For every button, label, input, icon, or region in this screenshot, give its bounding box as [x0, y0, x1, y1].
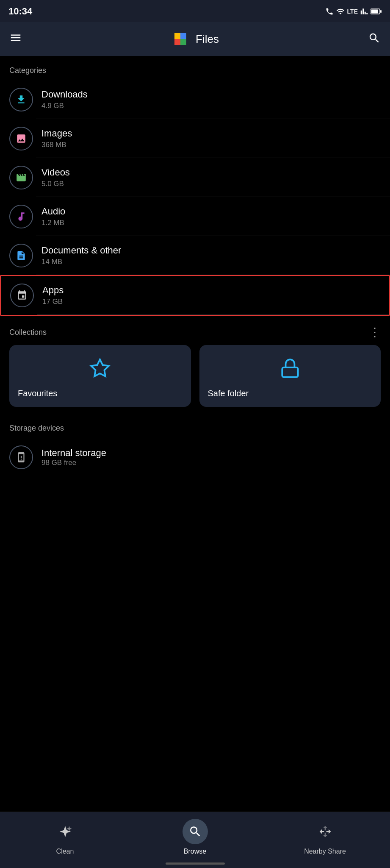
star-icon	[18, 358, 183, 383]
bottom-spacer	[0, 477, 390, 545]
collections-title: Collections	[9, 328, 47, 337]
category-name-apps: Apps	[42, 285, 380, 296]
safe-folder-card[interactable]: Safe folder	[199, 345, 381, 407]
clean-icon-wrap	[53, 819, 78, 844]
signal-icon	[360, 8, 368, 15]
svg-rect-2	[380, 10, 382, 13]
browse-icon	[188, 825, 202, 838]
category-size-documents: 14 MB	[41, 258, 381, 266]
audio-icon-wrap	[9, 205, 33, 228]
browse-icon-wrap	[183, 819, 208, 844]
status-bar: 10:34 LTE	[0, 0, 390, 22]
svg-marker-4	[91, 359, 109, 376]
nav-item-browse[interactable]: Browse	[170, 819, 221, 855]
apps-icon-wrap	[10, 284, 34, 307]
category-item-audio[interactable]: Audio 1.2 MB	[0, 197, 390, 236]
app-logo-area: Files	[171, 30, 219, 48]
apps-icon	[17, 290, 28, 301]
category-item-apps[interactable]: Apps 17 GB	[0, 275, 390, 316]
category-size-audio: 1.2 MB	[41, 219, 381, 227]
video-icon	[16, 172, 27, 183]
category-name-videos: Videos	[41, 167, 381, 178]
battery-icon	[371, 8, 382, 15]
documents-icon-wrap	[9, 244, 33, 267]
nav-item-nearby-share[interactable]: Nearby Share	[300, 819, 351, 855]
internal-storage-icon-wrap	[9, 445, 33, 469]
phone-storage-icon	[16, 452, 27, 463]
collections-more-button[interactable]: ⋮	[369, 326, 381, 338]
category-size-downloads: 4.9 GB	[41, 102, 381, 110]
app-icon	[171, 30, 190, 48]
category-item-documents[interactable]: Documents & other 14 MB	[0, 236, 390, 275]
internal-storage-name: Internal storage	[41, 448, 106, 459]
main-content: Categories Downloads 4.9 GB Images 368 M…	[0, 56, 390, 545]
storage-devices-header: Storage devices	[0, 417, 390, 438]
nearby-share-icon	[318, 825, 332, 838]
lock-icon	[208, 358, 373, 383]
wifi-icon	[336, 7, 345, 16]
safe-folder-label: Safe folder	[208, 389, 373, 398]
category-size-apps: 17 GB	[42, 298, 380, 306]
videos-icon-wrap	[9, 166, 33, 189]
status-time: 10:34	[8, 6, 32, 17]
phone-icon	[325, 7, 334, 16]
category-item-videos[interactable]: Videos 5.0 GB	[0, 158, 390, 197]
home-indicator	[166, 862, 225, 865]
bottom-nav: Clean Browse Nearby Share	[0, 812, 390, 868]
audio-icon	[16, 211, 27, 222]
image-icon	[16, 133, 27, 144]
category-size-videos: 5.0 GB	[41, 180, 381, 188]
category-item-images[interactable]: Images 368 MB	[0, 119, 390, 158]
top-bar: Files	[0, 22, 390, 56]
nav-item-clean[interactable]: Clean	[40, 819, 91, 855]
sparkle-icon	[58, 825, 72, 838]
hamburger-menu-button[interactable]	[9, 31, 22, 47]
nearby-share-icon-wrap	[313, 819, 338, 844]
clean-label: Clean	[56, 848, 74, 855]
search-button[interactable]	[368, 32, 381, 46]
categories-header: Categories	[0, 56, 390, 80]
downloads-icon-wrap	[9, 88, 33, 111]
app-title: Files	[196, 33, 219, 46]
nearby-share-label: Nearby Share	[304, 848, 346, 855]
category-name-images: Images	[41, 128, 381, 139]
document-icon	[16, 250, 27, 261]
category-size-images: 368 MB	[41, 141, 381, 149]
category-name-audio: Audio	[41, 206, 381, 217]
favourites-label: Favourites	[18, 389, 183, 398]
status-icons: LTE	[325, 7, 382, 16]
favourites-card[interactable]: Favourites	[9, 345, 191, 407]
svg-rect-5	[282, 367, 298, 377]
browse-label: Browse	[184, 848, 206, 855]
category-name-downloads: Downloads	[41, 89, 381, 100]
collections-grid: Favourites Safe folder	[0, 345, 390, 417]
download-icon	[16, 94, 27, 105]
lte-icon: LTE	[347, 8, 358, 15]
internal-storage-size: 98 GB free	[41, 459, 106, 467]
images-icon-wrap	[9, 127, 33, 150]
storage-item-internal[interactable]: Internal storage 98 GB free	[0, 438, 390, 477]
svg-rect-1	[371, 10, 378, 14]
category-name-documents: Documents & other	[41, 245, 381, 256]
collections-header-row: Collections ⋮	[0, 316, 390, 345]
category-item-downloads[interactable]: Downloads 4.9 GB	[0, 80, 390, 119]
